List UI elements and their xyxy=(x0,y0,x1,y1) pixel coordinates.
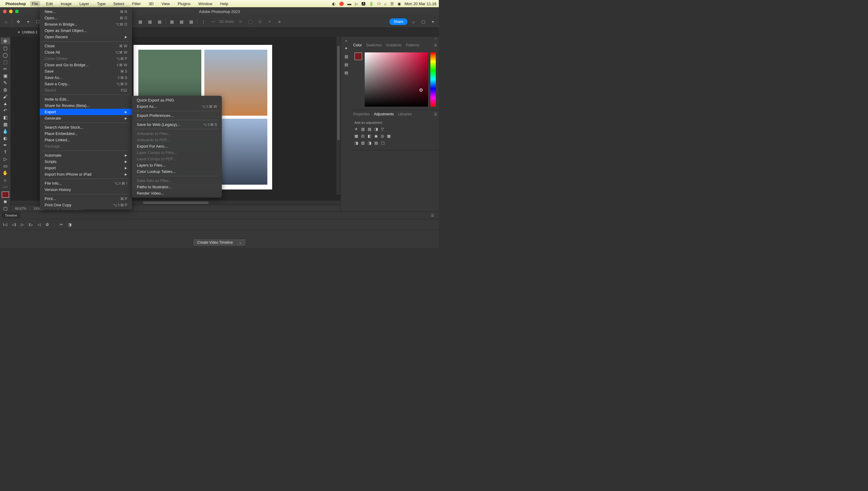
export-menu-item-save-for-web-legacy[interactable]: Save for Web (Legacy)...⌥⇧⌘ S xyxy=(132,121,222,128)
home-icon[interactable]: ⌂ xyxy=(2,18,10,25)
file-menu-item-close-and-go-to-bridge[interactable]: Close and Go to Bridge...⇧⌘ W xyxy=(40,62,132,68)
search-icon[interactable]: ⌕ xyxy=(410,18,417,25)
export-menu-item-render-video[interactable]: Render Video... xyxy=(132,190,222,196)
panel-collapse-icon[interactable]: « xyxy=(352,37,439,41)
file-menu-item-place-embedded[interactable]: Place Embedded... xyxy=(40,131,132,137)
file-menu-item-save-a-copy[interactable]: Save a Copy...⌥⌘ S xyxy=(40,81,132,87)
color-lookup-icon[interactable]: ▦ xyxy=(387,134,391,138)
3d-slide-icon[interactable]: ✦ xyxy=(266,18,273,25)
file-menu-item-open-recent[interactable]: Open Recent▶ xyxy=(40,34,132,40)
file-menu-item-search-adobe-stock[interactable]: Search Adobe Stock... xyxy=(40,124,132,131)
first-frame-icon[interactable]: I◁ xyxy=(3,222,7,227)
file-menu-item-invite-to-edit[interactable]: Invite to Edit... xyxy=(40,96,132,103)
adjustments-tab[interactable]: Adjustments xyxy=(374,112,394,116)
marquee-tool[interactable]: ▢ xyxy=(1,45,10,51)
brightness-icon[interactable]: ☀ xyxy=(355,127,358,131)
menu-3d[interactable]: 3D xyxy=(147,1,156,7)
gradient-tool[interactable]: ▦ xyxy=(1,121,10,127)
dodge-tool[interactable]: ◐ xyxy=(1,135,10,141)
color-swatch[interactable] xyxy=(2,192,9,198)
curves-icon[interactable]: ▨ xyxy=(368,127,371,131)
file-menu-item-open[interactable]: Open...⌘ O xyxy=(40,15,132,21)
spotlight-icon[interactable]: ⌕ xyxy=(384,1,387,6)
close-tab-icon[interactable]: ✕ xyxy=(18,30,20,34)
zoom-tool[interactable]: ⌕ xyxy=(1,176,10,183)
file-menu-item-browse-in-bridge[interactable]: Browse in Bridge...⌥⌘ O xyxy=(40,21,132,27)
app-name[interactable]: Photoshop xyxy=(5,1,26,6)
export-menu-item-export-for-aero[interactable]: Export For Aero... xyxy=(132,143,222,149)
vertical-scrollbar[interactable] xyxy=(336,37,341,195)
align-right-icon[interactable]: ▦ xyxy=(156,18,163,25)
stamp-tool[interactable]: ▲ xyxy=(1,100,10,107)
create-timeline-button[interactable]: Create Video Timeline ⌄ xyxy=(193,238,246,247)
hue-icon[interactable]: ▦ xyxy=(355,134,358,138)
3d-orbit-icon[interactable]: ↻ xyxy=(237,18,245,25)
type-tool[interactable]: T xyxy=(1,149,10,155)
blur-tool[interactable]: 💧 xyxy=(1,128,10,134)
vibrance-icon[interactable]: ▽ xyxy=(381,127,384,131)
menu-select[interactable]: Select xyxy=(112,1,126,7)
export-menu-item-export-as[interactable]: Export As...⌥⇧⌘ W xyxy=(132,103,222,110)
record-icon[interactable]: 🔴 xyxy=(339,1,344,6)
invert-icon[interactable]: ◨ xyxy=(355,141,358,145)
zoom-level[interactable]: 66,67% xyxy=(14,207,27,210)
timeline-tab[interactable]: Timeline xyxy=(2,213,20,218)
more-icon[interactable]: ⋯ xyxy=(209,18,217,25)
heal-tool[interactable]: ◍ xyxy=(1,86,10,93)
info-panel-icon[interactable]: ▤ xyxy=(344,62,348,67)
menu-filter[interactable]: Filter xyxy=(130,1,143,7)
align-bottom-icon[interactable]: ▦ xyxy=(188,18,195,25)
panel-menu-icon[interactable]: ☰ xyxy=(434,112,437,116)
3d-roll-icon[interactable]: ⊕ xyxy=(256,18,264,25)
file-menu-item-import[interactable]: Import▶ xyxy=(40,165,132,171)
histogram-icon[interactable]: ✦ xyxy=(344,46,348,51)
workspace-icon[interactable]: ▢ xyxy=(420,18,427,25)
shape-tool[interactable]: ▭ xyxy=(1,163,10,169)
control-center-icon[interactable]: ☰ xyxy=(390,1,394,6)
split-icon[interactable]: ✂ xyxy=(60,222,63,227)
menu-help[interactable]: Help xyxy=(219,1,230,7)
fg-color-swatch[interactable] xyxy=(355,52,362,60)
align-left-icon[interactable]: ▦ xyxy=(137,18,144,25)
patterns-tab[interactable]: Patterns xyxy=(406,43,420,47)
window-close[interactable] xyxy=(3,10,7,13)
menu-layer[interactable]: Layer xyxy=(78,1,91,7)
align-top-icon[interactable]: ▦ xyxy=(168,18,175,25)
menu-view[interactable]: View xyxy=(160,1,172,7)
last-frame-icon[interactable]: ◁ xyxy=(38,222,41,227)
file-menu-item-version-history[interactable]: Version History xyxy=(40,186,132,193)
menu-type[interactable]: Type xyxy=(95,1,107,7)
quickmask-tool[interactable]: ◙ xyxy=(1,198,10,205)
document-tab[interactable]: ✕ Untitled-1 xyxy=(15,30,40,34)
distribute-icon[interactable]: ⋮ xyxy=(200,18,207,25)
notes-icon[interactable]: ▤ xyxy=(344,70,348,75)
gradients-tab[interactable]: Gradients xyxy=(386,43,402,47)
file-menu-item-close-all[interactable]: Close All⌥⌘ W xyxy=(40,49,132,55)
file-menu-item-new[interactable]: New...⌘ N xyxy=(40,8,132,15)
history-brush-tool[interactable]: ↶ xyxy=(1,107,10,114)
export-menu-item-paths-to-illustrator[interactable]: Paths to Illustrator... xyxy=(132,184,222,190)
input-icon[interactable]: A xyxy=(362,2,366,5)
gradient-map-icon[interactable]: ▤ xyxy=(374,141,378,145)
eyedropper-tool[interactable]: ✎ xyxy=(1,80,10,86)
levels-adj-icon[interactable]: ▥ xyxy=(361,127,365,131)
hue-slider[interactable] xyxy=(430,52,436,107)
file-menu-item-close[interactable]: Close⌘ W xyxy=(40,43,132,49)
status-icon[interactable]: ◐ xyxy=(332,1,335,6)
align-middle-icon[interactable]: ▦ xyxy=(178,18,185,25)
file-menu-item-share-for-review-beta[interactable]: Share for Review (Beta)... xyxy=(40,103,132,109)
play-icon[interactable]: ▷ xyxy=(355,1,358,6)
share-button[interactable]: Share xyxy=(389,18,408,25)
window-maximize[interactable] xyxy=(15,10,19,13)
threshold-icon[interactable]: ◨ xyxy=(368,141,371,145)
hand-tool[interactable]: ✋ xyxy=(1,170,10,176)
align-center-icon[interactable]: ▦ xyxy=(146,18,153,25)
exposure-icon[interactable]: ◨ xyxy=(374,127,378,131)
3d-camera-icon[interactable]: ■ xyxy=(276,18,283,25)
file-menu-item-file-info[interactable]: File Info...⌥⇧⌘ I xyxy=(40,180,132,186)
transition-icon[interactable]: ◨ xyxy=(68,222,72,227)
path-tool[interactable]: ▷ xyxy=(1,156,10,162)
menu-edit[interactable]: Edit xyxy=(44,1,55,7)
export-menu-item-quick-export-as-png[interactable]: Quick Export as PNG xyxy=(132,97,222,103)
move-tool-icon[interactable]: ✥ xyxy=(15,18,22,25)
